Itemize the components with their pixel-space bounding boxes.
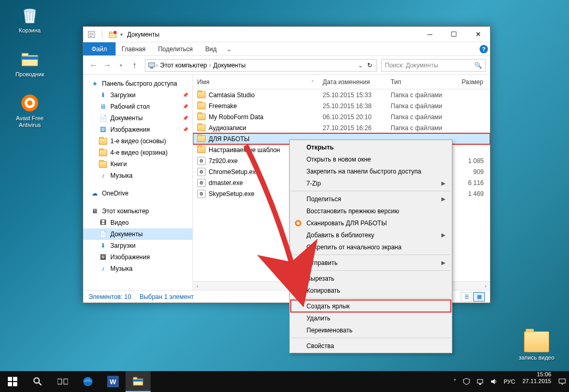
- exe-icon: ⚙: [197, 168, 206, 176]
- tree-item-pictures[interactable]: 🖼Изображения: [83, 251, 192, 263]
- menu-item-label: Открыть в новом окне: [306, 156, 371, 163]
- tree-label: Документы: [110, 114, 143, 122]
- tray-action-center-icon[interactable]: [555, 371, 569, 392]
- address-dropdown-button[interactable]: ⌄: [356, 62, 365, 69]
- menu-item[interactable]: Свойства: [291, 340, 451, 352]
- pin-icon: 📌: [183, 127, 188, 132]
- file-name: My RoboForm Data: [209, 113, 264, 121]
- svg-rect-19: [13, 377, 17, 381]
- address-bar[interactable]: › Этот компьютер › Документы ⌄ ↻: [145, 59, 377, 72]
- back-button[interactable]: ←: [87, 59, 100, 72]
- menu-item[interactable]: Создать ярлык: [291, 300, 451, 312]
- menu-item[interactable]: 7-Zip▶: [291, 177, 451, 189]
- menu-item[interactable]: Открыть в новом окне: [291, 153, 451, 165]
- svg-rect-21: [13, 382, 17, 386]
- tree-item-folder[interactable]: Книги: [83, 158, 192, 170]
- help-button[interactable]: ?: [477, 42, 490, 55]
- column-label: Имя: [197, 78, 209, 86]
- new-folder-icon[interactable]: [109, 30, 117, 39]
- breadcrumb-documents[interactable]: Документы: [211, 62, 248, 69]
- desktop-icon-avast[interactable]: Avast Free Antivirus: [9, 92, 50, 128]
- menu-item[interactable]: Поделиться▶: [291, 193, 451, 205]
- menu-item-label: Свойства: [306, 342, 334, 350]
- tab-file[interactable]: Файл: [83, 42, 116, 55]
- desktop-icon-recycle-bin[interactable]: Корзина: [9, 4, 50, 34]
- menu-item[interactable]: Открыть: [291, 141, 451, 153]
- menu-item[interactable]: Добавить в библиотеку▶: [291, 229, 451, 241]
- forward-button[interactable]: →: [101, 59, 113, 72]
- tree-item-folder[interactable]: 4-е видео (корзина): [83, 147, 192, 158]
- menu-item-label: Копировать: [306, 287, 340, 294]
- tray-language[interactable]: РУС: [500, 371, 518, 392]
- chevron-right-icon: ▶: [441, 232, 446, 238]
- properties-icon[interactable]: [87, 30, 96, 39]
- tray-chevron-up[interactable]: ˄: [450, 371, 460, 392]
- taskbar-edge[interactable]: [75, 371, 100, 392]
- table-row[interactable]: Аудиозаписи27.10.2015 16:26Папка с файла…: [193, 122, 490, 133]
- menu-item[interactable]: Восстановить прежнюю версию: [291, 205, 451, 217]
- view-details-button[interactable]: ☰: [461, 292, 472, 302]
- column-size[interactable]: Размер: [454, 78, 490, 86]
- tree-this-pc[interactable]: 🖥Этот компьютер: [83, 205, 192, 217]
- tab-view[interactable]: Вид: [199, 42, 223, 55]
- tree-item-videos[interactable]: 🎞Видео: [83, 217, 192, 228]
- menu-item[interactable]: Открепить от начального экрана: [291, 241, 451, 253]
- tree-item-music[interactable]: ♪Музыка: [83, 170, 192, 181]
- maximize-button[interactable]: ☐: [442, 27, 466, 42]
- menu-item[interactable]: Закрепить на панели быстрого доступа: [291, 165, 451, 177]
- tree-item-downloads[interactable]: ⬇Загрузки: [83, 240, 192, 251]
- tree-item-music[interactable]: ♪Музыка: [83, 263, 192, 274]
- taskbar-word[interactable]: W: [100, 371, 126, 392]
- up-button[interactable]: ↑: [128, 59, 141, 72]
- menu-item[interactable]: Отправить▶: [291, 257, 451, 269]
- ribbon-expand-button[interactable]: ⌄: [223, 42, 235, 55]
- column-name[interactable]: Имя^: [193, 78, 318, 86]
- menu-item-label: 7-Zip: [306, 180, 321, 187]
- tray-network-icon[interactable]: [473, 371, 487, 392]
- view-large-icons-button[interactable]: ▦: [473, 292, 485, 302]
- tab-share[interactable]: Поделиться: [152, 42, 199, 55]
- tray-defender-icon[interactable]: [460, 371, 473, 392]
- table-row[interactable]: My RoboForm Data06.10.2015 20:10Папка с …: [193, 111, 490, 122]
- menu-item[interactable]: Копировать: [291, 284, 451, 296]
- tray-volume-icon[interactable]: [487, 371, 500, 392]
- tree-label: Видео: [110, 219, 129, 226]
- menu-item[interactable]: Вырезать: [291, 272, 451, 284]
- column-date[interactable]: Дата изменения: [318, 78, 386, 86]
- tree-item-documents[interactable]: 📄Документы📌: [83, 112, 192, 124]
- breadcrumb-this-pc[interactable]: Этот компьютер: [158, 62, 209, 69]
- menu-item[interactable]: Удалить: [291, 312, 451, 324]
- refresh-button[interactable]: ↻: [365, 62, 374, 69]
- tab-home[interactable]: Главная: [116, 42, 152, 55]
- file-size: 909: [454, 168, 490, 176]
- tree-item-desktop[interactable]: 🖥Рабочий стол📌: [83, 101, 192, 112]
- tree-onedrive[interactable]: ☁OneDrive: [83, 188, 192, 199]
- tree-item-downloads[interactable]: ⬇Загрузки📌: [83, 89, 192, 101]
- tree-quick-access[interactable]: ★Панель быстрого доступа: [83, 78, 192, 89]
- tray-clock[interactable]: 15:06 27.11.2015: [518, 371, 555, 392]
- tree-item-documents[interactable]: 📄Документы: [83, 228, 192, 240]
- svg-rect-25: [64, 379, 68, 384]
- taskbar-explorer[interactable]: [126, 371, 151, 392]
- download-icon: ⬇: [99, 241, 107, 250]
- file-type: Папка с файлами: [386, 102, 454, 110]
- search-button[interactable]: [25, 371, 50, 392]
- table-row[interactable]: Camtasia Studio25.10.2015 15:33Папка с ф…: [193, 89, 490, 100]
- table-row[interactable]: Freemake25.10.2015 16:38Папка с файлами: [193, 100, 490, 111]
- tree-item-folder[interactable]: 1-е видео (основы): [83, 135, 192, 147]
- file-size: 1 085: [454, 157, 490, 165]
- menu-item[interactable]: Сканировать ДЛЯ РАБОТЫ: [291, 217, 451, 229]
- close-button[interactable]: ✕: [466, 27, 490, 42]
- tree-item-pictures[interactable]: 🖼Изображения📌: [83, 124, 192, 135]
- desktop-folder-video-record[interactable]: запись видео: [516, 331, 557, 361]
- minimize-button[interactable]: ─: [418, 27, 442, 42]
- recent-locations-button[interactable]: ▾: [115, 59, 127, 72]
- task-view-button[interactable]: [50, 371, 75, 392]
- menu-separator: [291, 270, 450, 271]
- qat-chevron-icon[interactable]: ▾: [120, 32, 123, 37]
- start-button[interactable]: [0, 371, 25, 392]
- column-type[interactable]: Тип: [386, 78, 454, 86]
- menu-item[interactable]: Переименовать: [291, 324, 451, 336]
- desktop-icon-explorer[interactable]: Проводник: [9, 48, 50, 78]
- search-input[interactable]: Поиск: Документы 🔍: [381, 59, 486, 72]
